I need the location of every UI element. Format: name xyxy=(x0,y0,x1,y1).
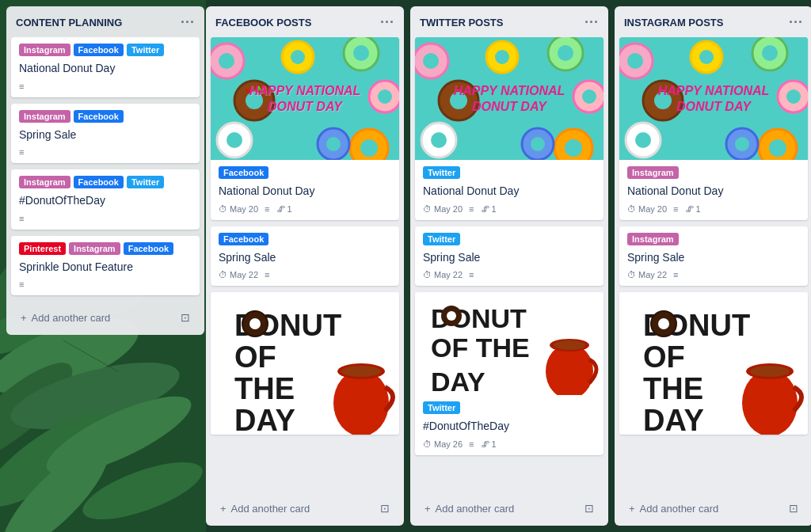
card-spring-sale-ig[interactable]: Instagram Spring Sale ⏱ May 22 ≡ xyxy=(619,226,808,287)
svg-point-67 xyxy=(554,340,585,350)
svg-point-58 xyxy=(531,137,545,151)
add-card-label: Add another card xyxy=(436,503,515,515)
label-instagram: Instagram xyxy=(19,110,70,123)
add-icon: + xyxy=(220,503,227,515)
card-lines-icon: ≡ xyxy=(19,214,24,223)
add-card-twitter[interactable]: + Add another card ⊡ xyxy=(415,496,603,521)
date-meta: ⏱ May 22 xyxy=(219,270,258,279)
card-national-donut-day-ig[interactable]: HAPPY NATIONALDONUT DAY Instagram Nation… xyxy=(619,37,808,220)
card-title: #DonutOfTheDay xyxy=(423,419,596,435)
card-meta: ≡ xyxy=(19,279,192,289)
add-icon: + xyxy=(21,312,27,324)
svg-point-56 xyxy=(565,139,582,157)
column-title-instagram: INSTAGRAM POSTS xyxy=(624,17,723,28)
add-icon: + xyxy=(629,503,635,515)
column-title-facebook: FACEBOOK POSTS xyxy=(215,17,311,28)
archive-icon: ⊡ xyxy=(789,502,798,515)
card-meta: ⏱ May 22 ≡ xyxy=(627,270,800,279)
label-pinterest: Pinterest xyxy=(19,242,66,255)
card-national-donut-day-cp[interactable]: Instagram Facebook Twitter National Donu… xyxy=(11,37,200,97)
svg-point-21 xyxy=(291,50,305,64)
card-national-donut-day-fb[interactable]: HAPPY NATIONALDONUT DAY Facebook Nationa… xyxy=(211,37,399,220)
date-meta: ⏱ May 22 xyxy=(423,270,463,279)
svg-point-92 xyxy=(742,370,798,435)
card-meta: ⏱ May 22 ≡ xyxy=(219,270,391,279)
card-spring-sale-fb[interactable]: Facebook Spring Sale ⏱ May 22 ≡ xyxy=(211,226,399,287)
column-title-twitter: TWITTER POSTS xyxy=(420,17,503,28)
card-donut-of-day-ig[interactable]: DONUT OF THE DAY xyxy=(619,292,808,435)
card-donut-of-the-day-cp[interactable]: Instagram Facebook Twitter #DonutOfTheDa… xyxy=(11,169,200,230)
add-card-instagram[interactable]: + Add another card ⊡ xyxy=(619,496,808,521)
attachment-meta: 🖇 1 xyxy=(276,204,292,214)
card-donut-of-day-fb[interactable]: DONUT OF THE DAY xyxy=(211,292,399,435)
svg-point-80 xyxy=(635,132,651,148)
lines-icon: ≡ xyxy=(265,204,269,214)
card-title: Spring Sale xyxy=(19,127,192,143)
banner-text: HAPPY NATIONALDONUT DAY xyxy=(249,83,361,113)
column-twitter-posts: TWITTER POSTS ··· xyxy=(410,6,608,526)
column-cards-instagram: HAPPY NATIONALDONUT DAY Instagram Nation… xyxy=(615,37,811,492)
column-menu-instagram[interactable]: ··· xyxy=(789,14,803,31)
add-card-facebook[interactable]: + Add another card ⊡ xyxy=(211,496,399,521)
card-image-donut-banner-ig: HAPPY NATIONALDONUT DAY xyxy=(619,37,808,160)
column-menu-facebook[interactable]: ··· xyxy=(380,14,394,31)
add-card-label: Add another card xyxy=(32,312,111,324)
clock-icon: ⏱ xyxy=(219,270,227,279)
svg-point-94 xyxy=(750,366,790,377)
svg-point-78 xyxy=(786,89,801,104)
column-menu-twitter[interactable]: ··· xyxy=(584,14,599,31)
label-facebook: Facebook xyxy=(219,166,268,179)
label-facebook: Facebook xyxy=(219,233,268,245)
label-twitter: Twitter xyxy=(423,233,460,245)
card-title: Spring Sale xyxy=(627,250,800,266)
card-spring-sale-tw[interactable]: Twitter Spring Sale ⏱ May 22 ≡ xyxy=(415,226,603,287)
left-background: CONTENT PLANNING ··· Instagram Facebook … xyxy=(0,0,206,532)
clock-icon: ⏱ xyxy=(219,204,227,214)
card-meta: ⏱ May 20 ≡ 🖇 1 xyxy=(219,204,391,214)
card-labels: Instagram xyxy=(627,233,800,245)
add-card-content-planning[interactable]: + Add another card ⊡ xyxy=(11,305,200,330)
card-image-donut-of-day: DONUT OF THE DAY xyxy=(211,292,399,435)
card-sprinkle-donut-cp[interactable]: Pinterest Instagram Facebook Sprinkle Do… xyxy=(11,236,200,296)
svg-point-41 xyxy=(341,366,381,377)
card-lines-icon: ≡ xyxy=(19,147,24,157)
column-menu-content-planning[interactable]: ··· xyxy=(181,14,195,31)
svg-point-29 xyxy=(360,139,378,157)
column-facebook-posts: FACEBOOK POSTS ··· xyxy=(206,6,404,526)
archive-icon: ⊡ xyxy=(380,502,390,515)
card-meta: ⏱ May 20 ≡ 🖇 1 xyxy=(423,204,596,214)
card-lines-icon: ≡ xyxy=(19,279,24,289)
card-image-donut-of-day-ig: DONUT OF THE DAY xyxy=(619,292,808,435)
column-content-planning: CONTENT PLANNING ··· Instagram Facebook … xyxy=(6,6,204,335)
label-instagram: Instagram xyxy=(69,242,120,255)
card-labels: Instagram Facebook xyxy=(19,110,192,123)
svg-text:DAY: DAY xyxy=(234,404,295,435)
svg-text:DAY: DAY xyxy=(431,367,485,395)
label-facebook: Facebook xyxy=(74,44,124,56)
date-meta: ⏱ May 26 xyxy=(423,439,463,449)
clock-icon: ⏱ xyxy=(627,270,636,279)
svg-point-62 xyxy=(447,311,456,321)
card-title: Spring Sale xyxy=(219,250,391,266)
card-image-donut-banner: HAPPY NATIONALDONUT DAY xyxy=(211,37,399,160)
card-spring-sale-cp[interactable]: Instagram Facebook Spring Sale ≡ xyxy=(11,104,200,164)
card-labels: Instagram Facebook Twitter xyxy=(19,44,192,56)
svg-point-50 xyxy=(558,45,573,61)
clip-icon: 🖇 xyxy=(481,439,489,449)
card-donut-of-day-tw[interactable]: DONUT OF THE DAY Twi xyxy=(415,292,603,455)
svg-point-44 xyxy=(423,53,439,69)
svg-text:DAY: DAY xyxy=(643,404,704,435)
svg-point-25 xyxy=(378,89,392,104)
lines-icon: ≡ xyxy=(469,270,474,279)
add-icon: + xyxy=(425,503,431,515)
svg-point-76 xyxy=(762,45,778,61)
lines-icon: ≡ xyxy=(265,270,269,279)
card-national-donut-day-tw[interactable]: HAPPY NATIONALDONUT DAY Twitter National… xyxy=(415,37,603,220)
svg-point-84 xyxy=(735,137,749,151)
attachment-meta: 🖇 1 xyxy=(685,204,701,214)
card-image-donut-of-day-tw: DONUT OF THE DAY xyxy=(415,292,603,395)
svg-point-52 xyxy=(582,89,596,104)
card-title: National Donut Day xyxy=(219,184,391,200)
svg-point-88 xyxy=(658,318,669,329)
svg-text:THE: THE xyxy=(234,372,295,405)
